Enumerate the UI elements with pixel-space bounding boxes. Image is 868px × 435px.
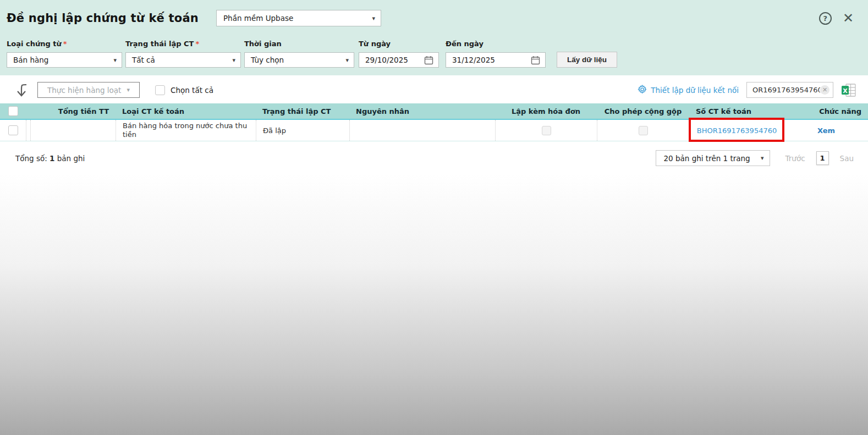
cell-doc-number: BHOR1691763954760	[689, 120, 784, 141]
filter-label-doc-type: Loại chứng từ*	[7, 40, 122, 48]
header-select-all-checkbox[interactable]	[8, 106, 18, 116]
time-range-select[interactable]: Tùy chọn ▾	[244, 52, 354, 68]
to-date-field	[446, 52, 546, 68]
chevron-down-icon: ▾	[761, 155, 764, 161]
filter-label-from-date: Từ ngày	[359, 40, 439, 48]
doc-number-link[interactable]: BHOR1691763954760	[697, 126, 777, 135]
col-header-with-invoice[interactable]: Lập kèm hóa đơn	[495, 103, 597, 119]
cell-status: Đã lập	[256, 120, 349, 141]
col-header-reason[interactable]: Nguyên nhân	[349, 103, 495, 119]
gear-icon	[638, 85, 647, 96]
allow-merge-checkbox[interactable]	[639, 126, 648, 135]
status-select[interactable]: Tất cả ▾	[125, 52, 241, 68]
dialog-header-panel: Đề nghị lập chứng từ kế toán Phần mềm Up…	[0, 0, 868, 75]
doc-type-select[interactable]: Bán hàng ▾	[7, 52, 122, 68]
request-accounting-doc-dialog: Đề nghị lập chứng từ kế toán Phần mềm Up…	[0, 0, 868, 435]
cell-reason	[349, 120, 495, 141]
per-page-select[interactable]: 20 bản ghi trên 1 trang ▾	[656, 150, 770, 166]
help-icon[interactable]: ?	[819, 12, 832, 25]
connection-settings-link[interactable]: Thiết lập dữ liệu kết nối	[638, 85, 739, 96]
pagination-prev[interactable]: Trước	[785, 154, 805, 163]
clear-search-icon[interactable]: ✕	[820, 85, 829, 95]
with-invoice-checkbox[interactable]	[542, 126, 551, 135]
chevron-down-icon: ▾	[113, 57, 117, 63]
spacer-column	[26, 103, 30, 119]
toolbar: Thực hiện hàng loạt ▾ Chọn tất cả Thiết …	[0, 75, 868, 103]
software-select-value: Phần mềm Upbase	[223, 14, 372, 23]
table-header-row: Tổng tiền TT Loại CT kế toán Trạng thái …	[0, 103, 868, 120]
col-header-status[interactable]: Trạng thái lập CT	[256, 103, 349, 119]
select-all-checkbox[interactable]	[155, 85, 165, 95]
col-header-doc-type[interactable]: Loại CT kế toán	[116, 103, 256, 119]
required-asterisk: *	[63, 40, 67, 48]
background-gradient	[0, 174, 868, 435]
calendar-icon[interactable]	[531, 56, 540, 65]
total-records-text: Tổng số: 1 bản ghi	[15, 154, 85, 163]
table-row: Bán hàng hóa trong nước chưa thu tiền Đã…	[0, 120, 868, 141]
select-all-label: Chọn tất cả	[171, 86, 213, 95]
move-down-arrow-icon[interactable]	[14, 82, 29, 98]
page-title: Đề nghị lập chứng từ kế toán	[7, 12, 199, 25]
cell-total-amount	[30, 120, 116, 141]
svg-text:X: X	[843, 87, 848, 94]
col-header-total-amount[interactable]: Tổng tiền TT	[30, 103, 116, 119]
cell-doc-type: Bán hàng hóa trong nước chưa thu tiền	[116, 120, 256, 141]
pagination-next[interactable]: Sau	[840, 154, 854, 163]
to-date-input[interactable]	[452, 56, 531, 64]
calendar-icon[interactable]	[424, 56, 433, 65]
total-records-count: 1	[50, 154, 54, 163]
fetch-data-button[interactable]: Lấy dữ liệu	[557, 52, 617, 68]
software-select[interactable]: Phần mềm Upbase ▾	[216, 10, 381, 26]
chevron-down-icon: ▾	[372, 15, 375, 21]
filter-label-time: Thời gian	[244, 40, 354, 48]
pagination-current-page[interactable]: 1	[816, 151, 829, 165]
from-date-field	[359, 52, 439, 68]
from-date-input[interactable]	[365, 56, 424, 64]
filter-label-status: Trạng thái lập CT*	[125, 40, 241, 48]
col-header-doc-number[interactable]: Số CT kế toán	[689, 103, 784, 119]
close-icon[interactable]: ✕	[843, 12, 854, 25]
col-header-allow-merge[interactable]: Cho phép cộng gộp	[597, 103, 689, 119]
excel-export-icon[interactable]: X	[841, 84, 856, 97]
chevron-down-icon: ▾	[232, 57, 235, 63]
chevron-down-icon: ▾	[345, 57, 349, 63]
search-field: ✕	[746, 82, 833, 98]
batch-action-button[interactable]: Thực hiện hàng loạt ▾	[37, 82, 140, 98]
required-asterisk: *	[195, 40, 199, 48]
chevron-down-icon: ▾	[127, 87, 130, 93]
table-footer: Tổng số: 1 bản ghi 20 bản ghi trên 1 tra…	[0, 141, 868, 174]
cell-function: Xem	[784, 120, 868, 141]
view-link[interactable]: Xem	[817, 126, 835, 135]
search-input[interactable]	[752, 86, 820, 94]
documents-table: Tổng tiền TT Loại CT kế toán Trạng thái …	[0, 103, 868, 141]
spacer-cell	[26, 120, 30, 141]
filter-label-to-date: Đến ngày	[446, 40, 546, 48]
row-checkbox[interactable]	[8, 125, 18, 135]
col-header-function[interactable]: Chức năng	[784, 103, 868, 119]
